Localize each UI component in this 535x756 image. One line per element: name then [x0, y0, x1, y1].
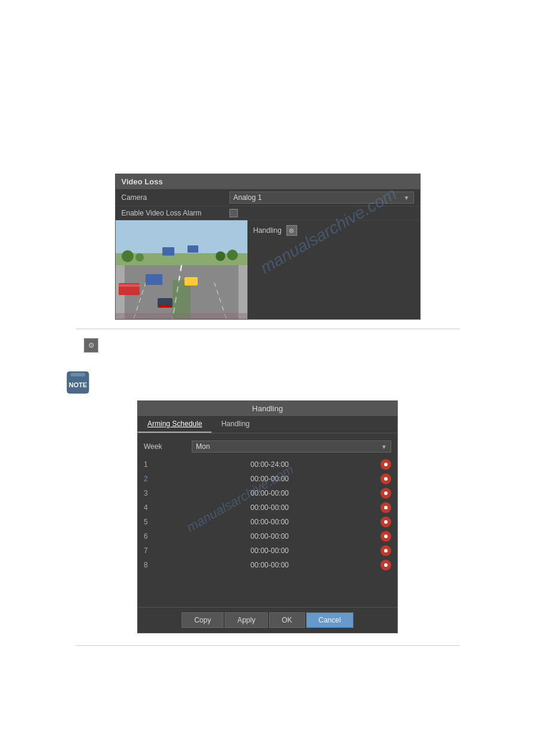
divider-1 [76, 329, 460, 329]
handling-dialog-title: Handling [138, 401, 397, 416]
clock-icon-6[interactable] [380, 531, 391, 542]
time-range-4: 00:00-00:00 [159, 503, 380, 512]
time-range-1: 00:00-24:00 [159, 460, 380, 469]
week-chevron-icon: ▼ [381, 444, 387, 450]
clock-icon-2[interactable] [380, 473, 391, 484]
note-area: NOTE [66, 371, 535, 394]
camera-label: Camera [122, 193, 229, 202]
clock-icon-8[interactable] [380, 560, 391, 570]
svg-point-19 [216, 251, 225, 261]
camera-value: Analog 1 [234, 193, 262, 202]
schedule-row-7: 7 00:00-00:00 [138, 544, 397, 558]
chevron-down-icon: ▼ [404, 195, 410, 201]
handling-tabs: Arming Schedule Handling [138, 416, 397, 433]
row-num-2: 2 [144, 475, 159, 483]
svg-rect-7 [238, 265, 247, 319]
divider-2 [76, 645, 460, 646]
schedule-row-8: 8 00:00-00:00 [138, 558, 397, 572]
handling-label: Handling [253, 226, 282, 235]
svg-point-18 [135, 253, 144, 262]
handling-header: Handling ⚙ [253, 225, 414, 236]
vl-handling-area: Handling ⚙ [247, 220, 420, 319]
clock-icon-7[interactable] [380, 545, 391, 556]
svg-point-16 [122, 250, 134, 262]
week-value: Mon [196, 442, 210, 451]
clock-icon-5[interactable] [380, 517, 391, 527]
svg-rect-20 [116, 313, 247, 319]
schedule-row-5: 5 00:00-00:00 [138, 515, 397, 529]
enable-row: Enable Video Loss Alarm [116, 207, 420, 220]
video-loss-title: Video Loss [116, 174, 420, 189]
row-num-8: 8 [144, 561, 159, 569]
schedule-row-4: 4 00:00-00:00 [138, 500, 397, 515]
svg-rect-21 [162, 247, 174, 256]
row-num-1: 1 [144, 460, 159, 469]
row-num-3: 3 [144, 489, 159, 497]
schedule-row-1: 1 00:00-24:00 [138, 457, 397, 472]
svg-rect-12 [185, 277, 198, 286]
camera-preview [116, 220, 247, 319]
time-range-7: 00:00-00:00 [159, 546, 380, 555]
tab-arming-schedule[interactable]: Arming Schedule [138, 416, 211, 433]
enable-label: Enable Video Loss Alarm [122, 209, 229, 217]
svg-rect-15 [159, 305, 171, 308]
enable-checkbox[interactable] [229, 209, 238, 217]
page-wrapper: Video Loss Camera Analog 1 ▼ Enable Vide… [0, 0, 535, 756]
week-dropdown[interactable]: Mon ▼ [192, 441, 391, 453]
svg-point-17 [227, 250, 238, 260]
time-range-2: 00:00-00:00 [159, 475, 380, 483]
svg-rect-13 [211, 273, 226, 283]
row-num-4: 4 [144, 503, 159, 512]
handling-dialog: Handling Arming Schedule Handling Week M… [137, 400, 398, 633]
svg-rect-24 [71, 373, 85, 377]
apply-button[interactable]: Apply [225, 612, 268, 628]
note-icon: NOTE [66, 371, 90, 394]
clock-icon-3[interactable] [380, 488, 391, 499]
dialog-footer: Copy Apply OK Cancel [138, 607, 397, 633]
standalone-gear-icon[interactable]: ⚙ [84, 338, 98, 353]
row-num-7: 7 [144, 546, 159, 555]
row-num-5: 5 [144, 518, 159, 526]
camera-row: Camera Analog 1 ▼ [116, 189, 420, 207]
svg-text:NOTE: NOTE [69, 381, 87, 388]
svg-rect-22 [188, 245, 198, 253]
clock-icon-1[interactable] [380, 459, 391, 470]
schedule-row-6: 6 00:00-00:00 [138, 529, 397, 544]
cancel-button[interactable]: Cancel [306, 612, 353, 628]
copy-button[interactable]: Copy [182, 612, 223, 628]
row-num-6: 6 [144, 532, 159, 541]
video-loss-panel: Video Loss Camera Analog 1 ▼ Enable Vide… [115, 174, 421, 320]
vl-content: Handling ⚙ [116, 220, 420, 319]
empty-area [138, 572, 397, 602]
handling-body: Week Mon ▼ 1 00:00-24:00 2 00:00-00:00 3… [138, 433, 397, 607]
ok-button[interactable]: OK [269, 612, 304, 628]
svg-rect-11 [146, 274, 162, 285]
clock-icon-4[interactable] [380, 502, 391, 513]
time-range-8: 00:00-00:00 [159, 561, 380, 569]
svg-rect-10 [119, 284, 140, 287]
schedule-row-3: 3 00:00-00:00 [138, 486, 397, 500]
time-range-3: 00:00-00:00 [159, 489, 380, 497]
week-row: Week Mon ▼ [138, 438, 397, 455]
schedule-row-2: 2 00:00-00:00 [138, 472, 397, 486]
time-range-5: 00:00-00:00 [159, 518, 380, 526]
camera-dropdown[interactable]: Analog 1 ▼ [229, 192, 414, 204]
road-scene-svg [116, 220, 247, 319]
time-range-6: 00:00-00:00 [159, 532, 380, 541]
week-label: Week [144, 442, 192, 451]
tab-handling[interactable]: Handling [211, 416, 259, 433]
handling-gear-icon[interactable]: ⚙ [286, 225, 297, 236]
